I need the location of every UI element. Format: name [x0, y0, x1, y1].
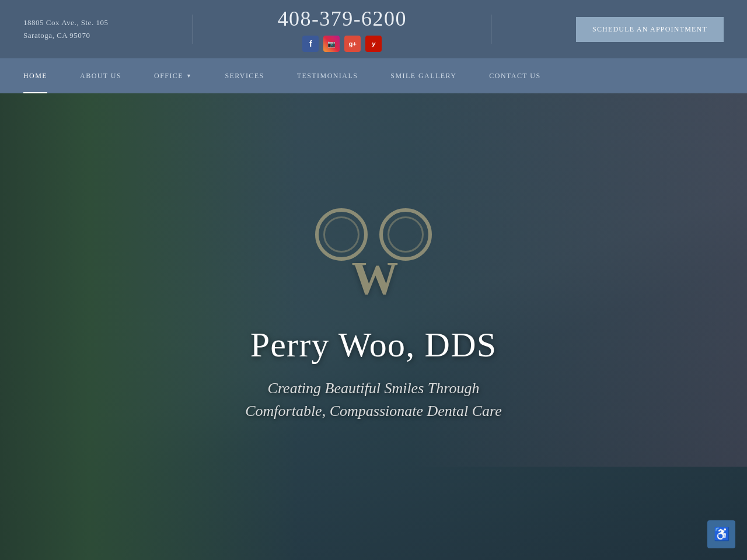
address-block: 18805 Cox Ave., Ste. 105 Saratoga, CA 95…	[23, 16, 109, 42]
contact-center: 408-379-6200 f 📷 g+ y	[278, 6, 407, 52]
accessibility-icon: ♿	[714, 528, 729, 541]
nav-item-services[interactable]: SERVICES	[208, 58, 280, 93]
navigation: HOME ABOUT US OFFICE ▼ SERVICES TESTIMON…	[0, 58, 747, 93]
yelp-icon[interactable]: y	[365, 36, 382, 52]
nav-item-contact-us[interactable]: CONTACT US	[473, 58, 557, 93]
top-bar: 18805 Cox Ave., Ste. 105 Saratoga, CA 95…	[0, 0, 747, 58]
phone-number[interactable]: 408-379-6200	[278, 6, 407, 31]
nav-item-home[interactable]: HOME	[23, 58, 64, 93]
social-icons-group: f 📷 g+ y	[302, 36, 382, 52]
hero-content: W Perry Woo, DDS Creating Beautiful Smil…	[0, 93, 747, 560]
logo-w-letter: W	[352, 255, 396, 302]
logo-mark: W	[303, 197, 444, 313]
nav-item-smile-gallery[interactable]: SMILE GALLERY	[374, 58, 473, 93]
nav-item-about-us[interactable]: ABOUT US	[64, 58, 138, 93]
logo-circle-left	[315, 208, 368, 261]
instagram-icon[interactable]: 📷	[323, 36, 340, 52]
schedule-appointment-button[interactable]: SCHEDULE AN APPOINTMENT	[576, 17, 724, 42]
accessibility-button[interactable]: ♿	[707, 520, 735, 548]
hero-subtitle: Creating Beautiful Smiles Through Comfor…	[245, 377, 502, 422]
divider-right	[491, 15, 491, 44]
facebook-icon[interactable]: f	[302, 36, 319, 52]
office-dropdown-arrow: ▼	[186, 73, 192, 79]
hero-subtitle-line1: Creating Beautiful Smiles Through	[268, 380, 480, 397]
address-line1: 18805 Cox Ave., Ste. 105	[23, 16, 109, 29]
divider-left	[193, 15, 193, 44]
address-line2: Saratoga, CA 95070	[23, 29, 109, 42]
hero-title: Perry Woo, DDS	[250, 325, 497, 365]
logo-circle-right	[379, 208, 432, 261]
google-plus-icon[interactable]: g+	[344, 36, 361, 52]
nav-item-office[interactable]: OFFICE ▼	[138, 58, 208, 93]
hero-subtitle-line2: Comfortable, Compassionate Dental Care	[245, 402, 502, 419]
nav-item-testimonials[interactable]: TESTIMONIALS	[281, 58, 375, 93]
hero-section: W Perry Woo, DDS Creating Beautiful Smil…	[0, 93, 747, 560]
